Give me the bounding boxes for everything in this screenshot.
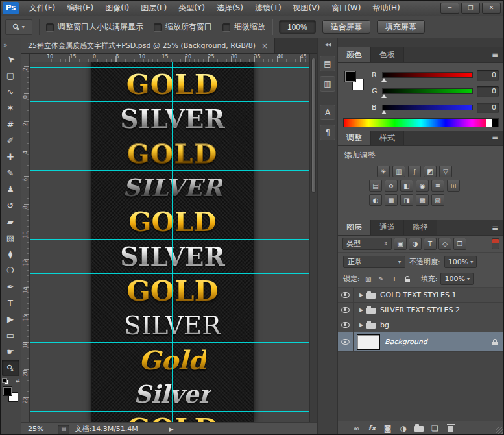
foreground-color-chip[interactable]	[3, 386, 12, 396]
lock-transparency-icon[interactable]: ▨	[363, 274, 374, 284]
tab-adjustments[interactable]: 调整	[338, 130, 371, 145]
restore-button[interactable]: ❐	[461, 3, 480, 14]
guide-horizontal[interactable]	[30, 136, 309, 136]
collapse-panels-arrow[interactable]: ◀◀	[318, 38, 337, 51]
menu-item[interactable]: 滤镜(T)	[249, 0, 287, 16]
slider-thumb[interactable]	[381, 110, 387, 114]
guide-horizontal[interactable]	[30, 239, 309, 240]
vertical-scrollbar[interactable]	[309, 54, 317, 422]
curves-icon[interactable]: ∫	[408, 166, 421, 177]
tab-swatches[interactable]: 色板	[371, 47, 404, 62]
menu-item[interactable]: 视图(V)	[287, 0, 326, 16]
eyedropper-tool[interactable]: ✐	[2, 132, 19, 149]
layer-row[interactable]: ▶SILVER TEXT STYLES 2	[338, 303, 504, 317]
character-panel-button[interactable]: A	[320, 105, 335, 120]
layer-row[interactable]: ▶GOLD TEXT STYLES 1	[338, 288, 504, 303]
document-tab[interactable]: 25种立体金属质感文字样式+PSD.psd @ 25% (Background,…	[21, 38, 275, 53]
shape-tool[interactable]: ▭	[2, 327, 19, 343]
tool-preset-picker[interactable]: ♀ ▾	[5, 19, 32, 35]
checkbox[interactable]	[222, 23, 230, 31]
visibility-cell[interactable]	[338, 303, 354, 317]
visibility-eye-icon[interactable]	[341, 292, 350, 298]
visibility-eye-icon[interactable]	[341, 307, 350, 313]
menu-item[interactable]: 编辑(E)	[61, 0, 99, 16]
g-value-field[interactable]: 0	[477, 86, 499, 97]
checkbox[interactable]	[154, 23, 162, 31]
gradient-map-icon[interactable]: ▩	[416, 194, 429, 206]
blend-mode-select[interactable]: 正常 ▾	[343, 256, 405, 268]
layer-row[interactable]: ▶bg	[338, 317, 504, 332]
posterize-icon[interactable]: ▦	[385, 194, 398, 206]
guide-horizontal[interactable]	[30, 101, 309, 102]
magic-wand-tool[interactable]: ✶	[2, 100, 19, 116]
menu-item[interactable]: 图像(I)	[99, 0, 135, 16]
minimize-button[interactable]: ─	[440, 3, 459, 14]
filter-shape-layers-icon[interactable]: ◇	[438, 238, 451, 250]
foreground-color-chip[interactable]	[344, 71, 356, 82]
selective-color-icon[interactable]: ▨	[431, 194, 444, 206]
r-slider[interactable]	[382, 72, 473, 78]
brush-panel-button[interactable]: ▤	[320, 56, 335, 71]
new-adjustment-layer-icon[interactable]: ◑	[399, 424, 407, 433]
swap-colors-icon[interactable]: ⇄	[16, 378, 20, 384]
menu-item[interactable]: 选择(S)	[211, 0, 249, 16]
default-colors-icon[interactable]	[2, 378, 9, 385]
crop-tool[interactable]: #	[2, 116, 19, 132]
visibility-cell[interactable]	[338, 288, 354, 302]
tab-styles[interactable]: 样式	[371, 130, 404, 145]
photo-filter-icon[interactable]: ◉	[416, 180, 429, 192]
path-selection-tool[interactable]: ▶	[2, 311, 19, 327]
actual-pixels-button[interactable]: 100%	[279, 20, 316, 34]
r-value-field[interactable]: 0	[477, 70, 499, 81]
brightness-contrast-icon[interactable]: ☀	[377, 166, 390, 177]
clone-source-panel-button[interactable]: ▥	[320, 76, 335, 92]
dock-header[interactable]	[338, 38, 504, 47]
vibrance-icon[interactable]: ▽	[439, 166, 452, 177]
menu-item[interactable]: 图层(L)	[135, 0, 173, 16]
lock-pixels-icon[interactable]: ✎	[376, 274, 387, 284]
filter-adjustment-layers-icon[interactable]: ◑	[409, 238, 422, 250]
visibility-cell[interactable]	[338, 332, 354, 351]
visibility-cell[interactable]	[338, 317, 354, 332]
checkbox[interactable]	[46, 23, 54, 31]
guide-horizontal[interactable]	[30, 205, 309, 205]
layer-name[interactable]: GOLD TEXT STYLES 1	[380, 291, 456, 299]
slider-thumb[interactable]	[381, 94, 387, 98]
delete-layer-icon[interactable]	[446, 424, 455, 432]
status-flyout-arrow[interactable]: ▶	[169, 426, 174, 432]
b-value-field[interactable]: 0	[477, 103, 499, 113]
filter-kind-select[interactable]: 类型 ⇕	[342, 238, 392, 250]
guide-horizontal[interactable]	[30, 377, 309, 377]
rectangular-marquee-tool[interactable]: ▢	[2, 68, 19, 84]
lasso-tool[interactable]: ∿	[2, 84, 19, 100]
clone-stamp-tool[interactable]: ♟	[2, 181, 19, 197]
scrollbar-thumb[interactable]	[311, 58, 316, 193]
ruler-origin-corner[interactable]	[21, 54, 30, 62]
gradient-tool[interactable]: ▧	[2, 230, 19, 246]
opacity-field[interactable]: 100% ▾	[444, 256, 477, 268]
threshold-icon[interactable]: ◨	[400, 194, 413, 206]
fill-screen-button[interactable]: 填充屏幕	[377, 20, 425, 34]
group-expand-arrow[interactable]: ▶	[356, 307, 366, 313]
fill-field[interactable]: 100% ▾	[440, 273, 473, 285]
slider-thumb[interactable]	[381, 78, 387, 82]
expand-panel-arrow[interactable]: »	[0, 38, 21, 51]
layer-style-fx-icon[interactable]: fx	[368, 424, 376, 432]
visibility-eye-icon[interactable]	[341, 322, 350, 328]
close-button[interactable]: ✕	[482, 3, 501, 14]
hand-tool[interactable]: ☛	[2, 343, 19, 360]
guide-horizontal[interactable]	[30, 170, 309, 171]
layer-name[interactable]: bg	[380, 321, 389, 329]
menu-item[interactable]: 窗口(W)	[326, 0, 366, 16]
add-layer-mask-icon[interactable]: ◙	[383, 424, 392, 433]
layer-name[interactable]: Background	[385, 338, 427, 346]
group-expand-arrow[interactable]: ▶	[356, 292, 366, 298]
dodge-tool[interactable]: ❍	[2, 262, 19, 279]
tab-paths[interactable]: 路径	[404, 220, 437, 235]
menu-item[interactable]: 帮助(H)	[366, 0, 405, 16]
layer-thumbnail[interactable]	[357, 334, 380, 350]
exposure-icon[interactable]: ◩	[424, 166, 437, 177]
menu-item[interactable]: 类型(Y)	[173, 0, 211, 16]
tab-layers[interactable]: 图层	[338, 220, 371, 235]
menu-item[interactable]: 文件(F)	[23, 0, 61, 16]
